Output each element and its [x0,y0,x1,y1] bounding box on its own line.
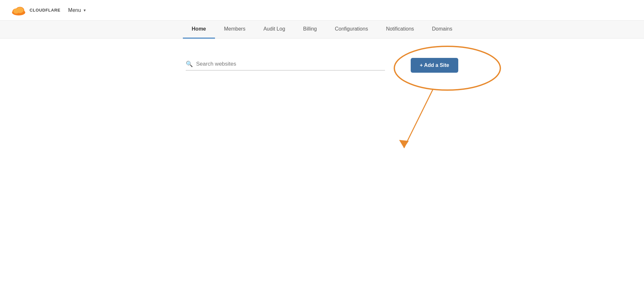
menu-arrow-icon: ▼ [83,8,86,12]
main-content: 🔍 + Add a Site [0,39,644,232]
logo-area: CLOUDFLARE [10,5,60,16]
svg-marker-7 [399,140,409,148]
search-input[interactable] [196,61,385,67]
logo-text: CLOUDFLARE [30,8,60,12]
nav-item-audit-log[interactable]: Audit Log [255,21,294,39]
menu-button[interactable]: Menu ▼ [68,7,86,13]
content-wrapper: 🔍 + Add a Site [10,58,634,73]
nav-item-members[interactable]: Members [215,21,255,39]
top-bar: CLOUDFLARE Menu ▼ [0,0,644,21]
annotation-svg [10,51,634,232]
cloudflare-logo-icon [10,5,27,16]
nav-item-home[interactable]: Home [183,21,215,39]
nav-item-billing[interactable]: Billing [294,21,326,39]
nav-item-configurations[interactable]: Configurations [326,21,377,39]
add-site-button[interactable]: + Add a Site [411,58,458,73]
nav-item-notifications[interactable]: Notifications [377,21,423,39]
svg-point-4 [13,8,19,13]
search-icon: 🔍 [186,60,193,68]
menu-label: Menu [68,7,81,13]
nav-item-domains[interactable]: Domains [423,21,461,39]
search-wrapper: 🔍 [186,60,385,70]
secondary-nav: Home Members Audit Log Billing Configura… [0,21,644,39]
svg-line-6 [404,89,433,148]
